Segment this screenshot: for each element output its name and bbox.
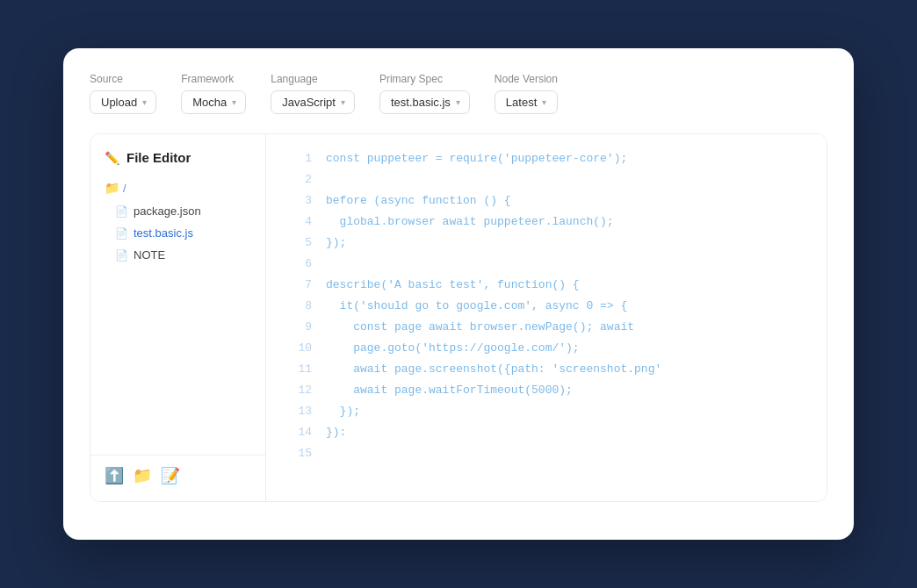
source-value: Upload bbox=[101, 96, 137, 109]
code-line: 13 }); bbox=[284, 401, 809, 422]
code-line: 4 global.browser await puppeteer.launch(… bbox=[284, 212, 809, 233]
top-bar: Source Upload ▾ Framework Mocha ▾ Langua… bbox=[90, 73, 827, 114]
code-line: 6 bbox=[284, 254, 809, 275]
code-editor[interactable]: 1const puppeteer = require('puppeteer-co… bbox=[266, 134, 827, 501]
file-name-test-basic-js: test.basic.js bbox=[134, 226, 193, 240]
file-item-test-basic-js[interactable]: 📄 test.basic.js bbox=[97, 222, 258, 244]
file-name-package-json: package.json bbox=[134, 204, 201, 218]
node-version-value: Latest bbox=[506, 96, 537, 109]
line-code: it('should go to google.com', async 0 =>… bbox=[326, 296, 627, 317]
code-line: 2 bbox=[284, 169, 809, 190]
line-number: 10 bbox=[284, 338, 312, 359]
line-number: 8 bbox=[284, 296, 312, 317]
line-number: 13 bbox=[284, 401, 312, 422]
file-icon-package: 📄 bbox=[115, 205, 128, 218]
source-field-group: Source Upload ▾ bbox=[90, 73, 156, 114]
node-version-label: Node Version bbox=[495, 73, 558, 85]
line-code: }); bbox=[326, 401, 360, 422]
file-item-note[interactable]: 📄 NOTE bbox=[97, 244, 258, 266]
sidebar-title: ✏️ File Editor bbox=[90, 150, 265, 177]
line-code: }): bbox=[326, 422, 346, 443]
line-code: const puppeteer = require('puppeteer-cor… bbox=[326, 148, 627, 169]
code-line: 14}): bbox=[284, 422, 809, 443]
node-version-dropdown[interactable]: Latest ▾ bbox=[495, 90, 558, 114]
line-code: global.browser await puppeteer.launch(); bbox=[326, 212, 614, 233]
code-line: 11 await page.screenshot({path: 'screens… bbox=[284, 359, 809, 380]
line-number: 4 bbox=[284, 212, 312, 233]
primary-spec-field-group: Primary Spec test.basic.js ▾ bbox=[379, 73, 470, 114]
language-label: Language bbox=[271, 73, 355, 85]
line-code: describe('A basic test', function() { bbox=[326, 275, 580, 296]
code-line: 12 await page.waitForTimeout(5000); bbox=[284, 380, 809, 401]
code-line: 10 page.goto('https://google.com/'); bbox=[284, 338, 809, 359]
root-label: / bbox=[123, 182, 126, 195]
line-code: const page await browser.newPage(); awai… bbox=[326, 317, 634, 338]
code-line: 7describe('A basic test', function() { bbox=[284, 275, 809, 296]
upload-action-icon[interactable]: ⬆️ bbox=[105, 466, 124, 485]
code-line: 15 bbox=[284, 443, 809, 464]
code-line: 5}); bbox=[284, 233, 809, 254]
line-number: 14 bbox=[284, 422, 312, 443]
line-number: 9 bbox=[284, 317, 312, 338]
pencil-icon: ✏️ bbox=[105, 151, 119, 165]
line-number: 2 bbox=[284, 169, 312, 190]
framework-field-group: Framework Mocha ▾ bbox=[181, 73, 246, 114]
new-file-action-icon[interactable]: 📝 bbox=[161, 466, 180, 485]
sidebar: ✏️ File Editor 📁 / 📄 package.json 📄 test… bbox=[90, 134, 266, 501]
line-number: 1 bbox=[284, 148, 312, 169]
node-version-chevron: ▾ bbox=[542, 97, 546, 107]
code-line: 3before (async function () { bbox=[284, 190, 809, 212]
content-area: ✏️ File Editor 📁 / 📄 package.json 📄 test… bbox=[90, 133, 827, 502]
code-line: 9 const page await browser.newPage(); aw… bbox=[284, 317, 809, 338]
primary-spec-chevron: ▾ bbox=[456, 97, 460, 107]
source-label: Source bbox=[90, 73, 156, 85]
folder-action-icon[interactable]: 📁 bbox=[133, 466, 152, 485]
file-item-package-json[interactable]: 📄 package.json bbox=[97, 200, 258, 222]
file-name-note: NOTE bbox=[134, 248, 165, 262]
language-chevron: ▾ bbox=[341, 97, 345, 107]
line-number: 7 bbox=[284, 275, 312, 296]
language-dropdown[interactable]: JavaScript ▾ bbox=[271, 90, 355, 114]
line-number: 3 bbox=[284, 190, 312, 212]
line-code: }); bbox=[326, 233, 346, 254]
language-field-group: Language JavaScript ▾ bbox=[271, 73, 355, 114]
folder-icon: 📁 bbox=[105, 181, 119, 195]
line-number: 11 bbox=[284, 359, 312, 380]
source-dropdown[interactable]: Upload ▾ bbox=[90, 90, 156, 114]
language-value: JavaScript bbox=[282, 96, 336, 109]
code-line: 1const puppeteer = require('puppeteer-co… bbox=[284, 148, 809, 169]
primary-spec-value: test.basic.js bbox=[391, 96, 451, 109]
framework-label: Framework bbox=[181, 73, 246, 85]
source-chevron: ▾ bbox=[142, 97, 147, 107]
framework-value: Mocha bbox=[192, 96, 227, 109]
main-card: Source Upload ▾ Framework Mocha ▾ Langua… bbox=[63, 48, 854, 540]
line-number: 15 bbox=[284, 443, 312, 464]
line-number: 12 bbox=[284, 380, 312, 401]
file-editor-label: File Editor bbox=[126, 150, 191, 165]
line-code: await page.waitForTimeout(5000); bbox=[326, 380, 573, 401]
framework-chevron: ▾ bbox=[232, 97, 236, 107]
file-icon-note: 📄 bbox=[115, 249, 128, 262]
line-code: before (async function () { bbox=[326, 190, 511, 212]
framework-dropdown[interactable]: Mocha ▾ bbox=[181, 90, 246, 114]
file-tree: 📁 / 📄 package.json 📄 test.basic.js 📄 NOT… bbox=[90, 177, 265, 448]
line-number: 5 bbox=[284, 233, 312, 254]
file-icon-test: 📄 bbox=[115, 227, 128, 240]
sidebar-actions: ⬆️ 📁 📝 bbox=[90, 455, 265, 491]
line-number: 6 bbox=[284, 254, 312, 275]
primary-spec-label: Primary Spec bbox=[379, 73, 470, 85]
node-version-field-group: Node Version Latest ▾ bbox=[495, 73, 558, 114]
line-code: page.goto('https://google.com/'); bbox=[326, 338, 580, 359]
tree-root: 📁 / bbox=[97, 177, 258, 198]
primary-spec-dropdown[interactable]: test.basic.js ▾ bbox=[379, 90, 470, 114]
code-line: 8 it('should go to google.com', async 0 … bbox=[284, 296, 809, 317]
line-code: await page.screenshot({path: 'screenshot… bbox=[326, 359, 661, 380]
